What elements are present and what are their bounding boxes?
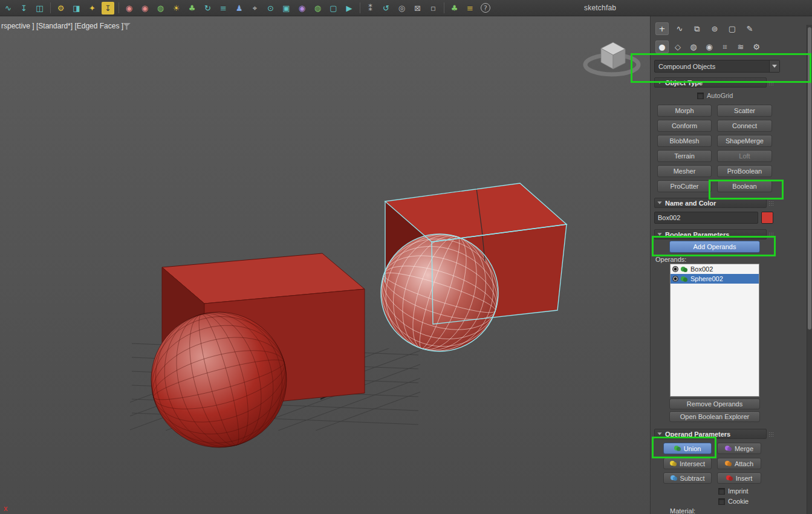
terrain-button[interactable]: Terrain (657, 150, 712, 162)
attach-icon (725, 460, 732, 467)
rollout-grip (768, 201, 774, 206)
operand-type-icon (681, 266, 688, 273)
import-icon[interactable]: ↧ (18, 2, 30, 15)
operand-label: Box002 (690, 265, 713, 273)
sun-icon[interactable]: ☀ (170, 2, 183, 15)
orbit-icon[interactable]: ↺ (380, 2, 392, 15)
operand-row-box002[interactable]: Box002 (671, 264, 759, 274)
merge-icon (725, 445, 732, 452)
merge-label: Merge (735, 445, 753, 452)
attach-button[interactable]: Attach (717, 458, 761, 469)
tree-icon[interactable]: ♣ (186, 2, 198, 15)
viewport[interactable]: rspective ] [Standard*] [Edged Faces ] (0, 16, 650, 514)
modify-tab-icon[interactable]: ∿ (673, 22, 686, 35)
bulb-icon[interactable]: ◍ (311, 2, 324, 15)
blobmesh-button[interactable]: BlobMesh (657, 135, 712, 147)
panel-scrollbar[interactable] (807, 25, 812, 514)
subtract-label: Subtract (680, 475, 705, 482)
operand-label: Sphere002 (690, 275, 723, 282)
play-monitor-icon[interactable]: ▶ (343, 2, 356, 15)
connect-button[interactable]: Connect (717, 120, 772, 132)
helpers-subtab-icon[interactable]: ⌗ (718, 41, 732, 53)
intersect-label: Intersect (680, 460, 705, 467)
subtract-button[interactable]: Subtract (663, 472, 712, 484)
procutter-button[interactable]: ProCutter (657, 180, 712, 192)
lights-subtab-icon[interactable]: ◍ (687, 41, 700, 53)
spacewarps-subtab-icon[interactable]: ≋ (734, 41, 747, 53)
annotation-box-dropdown (631, 53, 811, 83)
annotation-box-boolean (709, 180, 784, 200)
scatter-button[interactable]: Scatter (717, 105, 772, 117)
systems-subtab-icon[interactable]: ⚙ (750, 41, 763, 53)
morph-button[interactable]: Morph (657, 105, 712, 117)
create-tab-icon[interactable]: + (655, 22, 669, 35)
utilities-tab-icon[interactable]: ✎ (743, 22, 756, 35)
toolbar-separator (360, 2, 360, 13)
list-icon[interactable]: ≡ (464, 2, 476, 15)
autogrid-checkbox[interactable] (697, 93, 704, 99)
autogrid-row: AutoGrid (697, 92, 733, 99)
object-color-swatch[interactable] (761, 212, 773, 224)
character-icon[interactable]: ♟ (233, 2, 245, 15)
operand-type-icon (681, 276, 688, 282)
imprint-row: Imprint (718, 487, 749, 495)
settings-gear-icon[interactable]: ⚙ (54, 2, 67, 15)
shapes-subtab-icon[interactable]: ◇ (671, 41, 684, 53)
container-icon[interactable]: ▣ (280, 2, 293, 15)
intersect-icon (670, 460, 677, 467)
visibility-eye-icon[interactable] (672, 276, 678, 282)
motion-tab-icon[interactable]: ⊚ (708, 22, 721, 35)
right-boolean-object[interactable] (366, 183, 567, 366)
insert-label: Insert (736, 475, 753, 482)
remove-operands-button[interactable]: Remove Operands (669, 399, 760, 409)
help-icon[interactable]: ? (481, 3, 490, 13)
forest-icon[interactable]: ♣ (448, 2, 461, 15)
light-icon[interactable]: ◍ (154, 2, 167, 15)
toolbar-separator (50, 2, 51, 13)
export-icon[interactable]: ↧ (102, 2, 114, 15)
merge-button[interactable]: Merge (717, 443, 761, 454)
bone-icon[interactable]: ⌖ (248, 2, 261, 15)
render-setup-icon[interactable]: ◨ (70, 2, 83, 15)
object-name-field[interactable] (654, 212, 758, 224)
intersect-button[interactable]: Intersect (663, 458, 712, 469)
imprint-checkbox[interactable] (718, 488, 725, 495)
visibility-eye-icon[interactable] (672, 266, 678, 272)
sketchfab-label: sketchfab (584, 4, 616, 12)
notes-icon[interactable]: ≡ (217, 2, 230, 15)
material-label: Material: (670, 507, 695, 514)
monitor-icon[interactable]: ▢ (327, 2, 340, 15)
stopwatch-icon[interactable]: ⊙ (264, 2, 277, 15)
conform-button[interactable]: Conform (657, 120, 712, 132)
dashed-box-icon[interactable]: ▫ (427, 2, 440, 15)
scene-curve-icon[interactable]: ∿ (2, 2, 15, 15)
mesher-button[interactable]: Mesher (657, 165, 712, 177)
operand-row-sphere002[interactable]: Sphere002 (671, 274, 759, 284)
graph-editor-icon[interactable]: ◫ (33, 2, 46, 15)
left-boolean-object[interactable] (136, 253, 365, 463)
camera-add-icon[interactable]: ◉ (138, 2, 151, 15)
operands-list[interactable]: Box002 Sphere002 (670, 264, 759, 397)
cookie-row: Cookie (718, 498, 749, 505)
command-panel-tabs: + ∿ ⧉ ⊚ ▢ ✎ (655, 22, 756, 35)
rollout-arrow-icon (657, 201, 661, 204)
camera-small-icon[interactable]: ◎ (395, 2, 408, 15)
render-frame-icon[interactable]: ✦ (86, 2, 99, 15)
loft-button: Loft (717, 150, 772, 162)
cameras-subtab-icon[interactable]: ◉ (703, 41, 716, 53)
proboolean-button[interactable]: ProBoolean (717, 165, 772, 177)
delete-box-icon[interactable]: ⊠ (411, 2, 424, 15)
people-icon[interactable]: ⁑ (364, 2, 377, 15)
eye-icon[interactable]: ◉ (296, 2, 308, 15)
geometry-subtab-icon[interactable]: ● (655, 41, 669, 53)
display-tab-icon[interactable]: ▢ (726, 22, 739, 35)
open-boolean-explorer-button[interactable]: Open Boolean Explorer (669, 411, 760, 422)
insert-button[interactable]: Insert (717, 472, 761, 484)
hierarchy-tab-icon[interactable]: ⧉ (690, 22, 704, 35)
application-window: ∿ ↧ ◫ ⚙ ◨ ✦ ↧ ◉ ◉ ◍ ☀ ♣ ↻ ≡ ♟ ⌖ ⊙ ▣ ◉ ◍ … (0, 0, 812, 514)
cookie-checkbox[interactable] (718, 498, 725, 505)
viewport-scene[interactable]: x (0, 16, 650, 514)
camera-icon[interactable]: ◉ (123, 2, 135, 15)
shapemerge-button[interactable]: ShapeMerge (717, 135, 772, 147)
refresh-icon[interactable]: ↻ (201, 2, 214, 15)
